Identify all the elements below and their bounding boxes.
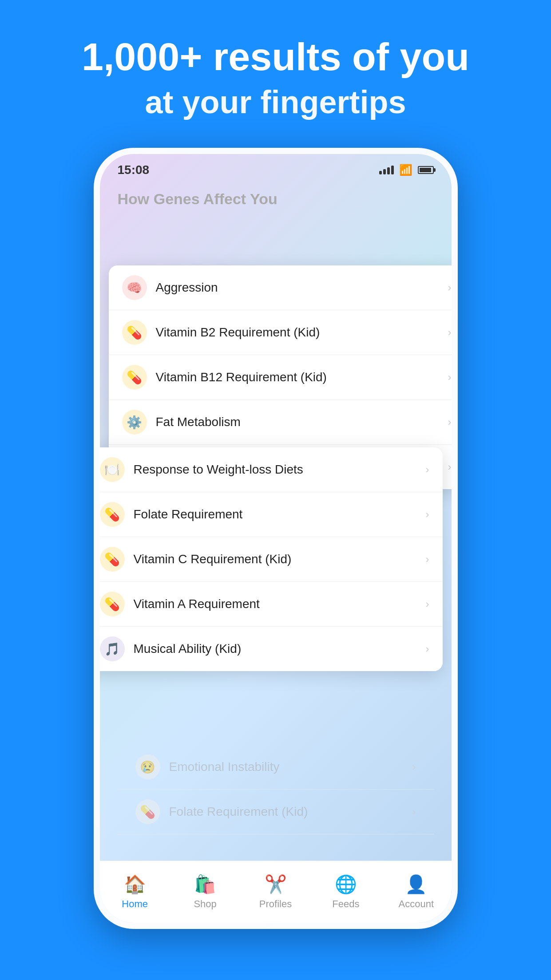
item-label: Folate Requirement — [134, 507, 426, 522]
chevron-icon: › — [448, 416, 452, 428]
item-label: Vitamin C Requirement (Kid) — [134, 552, 426, 566]
list-item[interactable]: 🍽️ Response to Weight-loss Diets › — [94, 447, 443, 492]
nav-item-home[interactable]: 🏠 Home — [100, 874, 170, 910]
nav-label-account: Account — [399, 898, 434, 910]
battery-icon — [418, 166, 434, 174]
shop-icon: 🛍️ — [194, 874, 216, 895]
list-item[interactable]: 💊 Folate Requirement › — [94, 492, 443, 537]
chevron-icon: › — [426, 463, 429, 476]
time-display: 15:08 — [118, 163, 150, 177]
nav-label-feeds: Feeds — [332, 898, 359, 910]
chevron-icon: › — [412, 806, 416, 818]
item-icon: 💊 — [135, 799, 160, 824]
item-icon-vitb12: 💊 — [122, 365, 147, 390]
item-icon-music: 🎵 — [100, 636, 125, 661]
item-label: Fat Metabolism — [156, 415, 448, 429]
phone-container: 15:08 📶 How Genes Affect You 🧠 Aggressio… — [94, 148, 458, 929]
item-label: Musical Ability (Kid) — [134, 642, 426, 656]
chevron-icon: › — [412, 761, 416, 773]
list-item[interactable]: 💊 Vitamin C Requirement (Kid) › — [94, 537, 443, 582]
list-item[interactable]: 💊 Vitamin B2 Requirement (Kid) › — [109, 310, 458, 355]
signal-icon — [379, 166, 394, 174]
phone-shell: 15:08 📶 How Genes Affect You 🧠 Aggressio… — [94, 148, 458, 929]
item-icon-aggression: 🧠 — [122, 275, 147, 300]
item-icon-folate: 💊 — [100, 502, 125, 527]
chevron-icon: › — [448, 461, 452, 473]
item-icon: 😢 — [135, 755, 160, 779]
nav-item-shop[interactable]: 🛍️ Shop — [170, 874, 240, 910]
bg-item: 💊 Folate Requirement (Kid) › — [118, 790, 434, 834]
item-icon-vitb2: 💊 — [122, 320, 147, 345]
popup-card-2: 🍽️ Response to Weight-loss Diets › 💊 Fol… — [94, 447, 443, 671]
item-label: Response to Weight-loss Diets — [134, 462, 426, 477]
item-label: Vitamin B2 Requirement (Kid) — [156, 325, 448, 340]
list-item[interactable]: ⚙️ Fat Metabolism › — [109, 400, 458, 445]
phone-inner-content: 🧠 Aggression › 💊 Vitamin B2 Requirement … — [100, 212, 452, 922]
item-icon-vita: 💊 — [100, 592, 125, 616]
item-label: Vitamin A Requirement — [134, 597, 426, 611]
nav-item-account[interactable]: 👤 Account — [381, 874, 451, 910]
list-item[interactable]: 🎵 Musical Ability (Kid) › — [94, 627, 443, 671]
item-label: Emotional Instability — [169, 760, 412, 774]
list-item[interactable]: 💊 Vitamin A Requirement › — [94, 582, 443, 627]
item-icon-weight: 🍽️ — [100, 457, 125, 482]
item-icon-vitc: 💊 — [100, 547, 125, 572]
profiles-icon: ✂️ — [265, 874, 287, 895]
chevron-icon: › — [426, 598, 429, 610]
nav-label-shop: Shop — [194, 898, 216, 910]
nav-label-profiles: Profiles — [259, 898, 292, 910]
account-icon: 👤 — [405, 874, 427, 895]
chevron-icon: › — [426, 508, 429, 521]
bg-item: 😢 Emotional Instability › — [118, 745, 434, 790]
chevron-icon: › — [426, 643, 429, 655]
chevron-icon: › — [426, 553, 429, 565]
status-bar: 15:08 📶 — [100, 154, 452, 182]
item-label: Folate Requirement (Kid) — [169, 805, 412, 819]
nav-item-profiles[interactable]: ✂️ Profiles — [240, 874, 310, 910]
list-item[interactable]: 🧠 Aggression › — [109, 265, 458, 310]
home-icon: 🏠 — [124, 874, 146, 895]
item-icon-fat: ⚙️ — [122, 410, 147, 435]
chevron-icon: › — [448, 326, 452, 339]
nav-label-home: Home — [122, 898, 148, 910]
wifi-icon: 📶 — [399, 164, 412, 176]
section-heading: How Genes Affect You — [100, 182, 452, 212]
feeds-icon: 🌐 — [335, 874, 357, 895]
status-icons: 📶 — [379, 164, 434, 176]
list-item[interactable]: 💊 Vitamin B12 Requirement (Kid) › — [109, 355, 458, 400]
hero-subtitle: at your fingertips — [82, 83, 469, 121]
chevron-icon: › — [448, 281, 452, 294]
hero-section: 1,000+ results of you at your fingertips — [55, 0, 496, 139]
chevron-icon: › — [448, 371, 452, 383]
hero-title: 1,000+ results of you — [82, 36, 469, 79]
nav-item-feeds[interactable]: 🌐 Feeds — [311, 874, 381, 910]
bottom-nav: 🏠 Home 🛍️ Shop ✂️ Profiles 🌐 Feeds 👤 Acc… — [100, 861, 452, 923]
item-label: Vitamin B12 Requirement (Kid) — [156, 370, 448, 384]
item-label: Aggression — [156, 281, 448, 295]
